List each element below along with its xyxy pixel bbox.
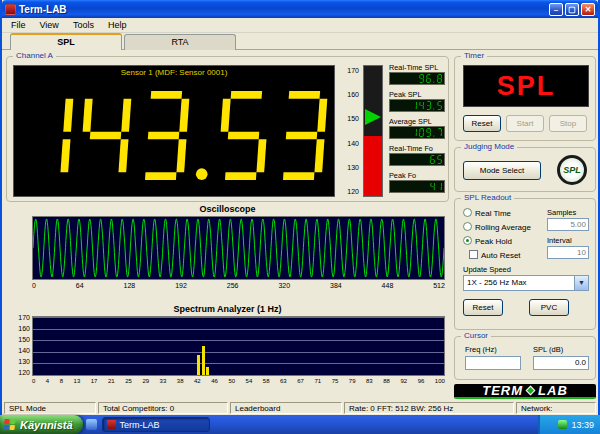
spectrum-title: Spectrum Analyzer (1 Hz)	[6, 304, 449, 314]
quick-launch-icon[interactable]	[86, 419, 97, 430]
cursor-spl-label: SPL (dB)	[533, 345, 563, 354]
oscilloscope-x-axis: 064128192256320384448512	[32, 282, 445, 289]
cursor-spl-field[interactable]: 0.0	[533, 356, 589, 370]
spl-level-meter	[363, 65, 383, 197]
interval-field[interactable]: 10	[547, 246, 589, 259]
timer-stop-button[interactable]: Stop	[549, 115, 587, 132]
samples-field[interactable]: 5.00	[547, 218, 589, 231]
status-segment-1: Total Competitors: 0	[98, 402, 228, 414]
status-segment-3: Rate: 0 FFT: 512 BW: 256 Hz	[344, 402, 514, 414]
readout-value	[389, 153, 445, 166]
spectrum-bar	[206, 367, 209, 375]
timer-start-button[interactable]: Start	[506, 115, 544, 132]
tray-icon[interactable]	[558, 420, 567, 429]
readout-value	[389, 180, 445, 193]
window-title: Term-LAB	[19, 4, 547, 15]
meter-tick: 130	[337, 164, 359, 171]
channel-a-caption: Channel A	[13, 51, 56, 60]
tab-rta[interactable]: RTA	[124, 34, 236, 50]
clock[interactable]: 13:39	[571, 420, 594, 430]
judging-mode-caption: Judging Mode	[461, 142, 517, 151]
radio-real-time[interactable]: Real Time	[463, 208, 511, 218]
judging-mode-group: Judging Mode Mode Select SPL	[454, 147, 596, 192]
menu-help[interactable]: Help	[101, 20, 134, 30]
chevron-down-icon[interactable]: ▼	[574, 276, 588, 290]
taskbar-task-term-lab[interactable]: Term-LAB	[102, 417, 210, 432]
mode-select-button[interactable]: Mode Select	[463, 161, 541, 180]
pvc-button[interactable]: PVC	[529, 299, 569, 316]
minimize-button[interactable]: –	[549, 3, 563, 16]
spec-x-tick: 0	[32, 378, 35, 384]
meter-scale: 170 160 150 140 130 120	[337, 67, 359, 195]
spec-y-tick: 120	[10, 369, 30, 376]
radio-label: Real Time	[475, 209, 511, 218]
osc-tick: 192	[175, 282, 187, 289]
spec-x-tick: 58	[263, 378, 270, 384]
oscilloscope-screen	[32, 216, 445, 280]
spec-x-tick: 4	[46, 378, 49, 384]
spec-x-tick: 42	[194, 378, 201, 384]
timer-caption: Timer	[461, 51, 487, 60]
app-icon	[5, 4, 16, 15]
spectrum-x-axis: 0481317212529333842465054586367717579838…	[32, 378, 445, 384]
radio-rolling-average[interactable]: Rolling Average	[463, 222, 531, 232]
spec-x-tick: 83	[366, 378, 373, 384]
timer-group: Timer SPL Reset Start Stop	[454, 56, 596, 141]
status-segment-4: Network:	[516, 402, 596, 414]
close-button[interactable]: ✕	[581, 3, 595, 16]
radio-label: Rolling Average	[475, 223, 531, 232]
cursor-group: Cursor Freq (Hz) SPL (dB) 0.0	[454, 336, 596, 380]
update-speed-dropdown[interactable]: 1X - 256 Hz Max ▼	[463, 275, 589, 291]
readout-label: Real-Time Fo	[389, 144, 445, 153]
radio-peak-hold[interactable]: Peak Hold	[463, 236, 512, 246]
spec-x-tick: 8	[60, 378, 63, 384]
menu-file[interactable]: File	[4, 20, 33, 30]
spec-x-tick: 21	[108, 378, 115, 384]
readout-label: Real-Time SPL	[389, 63, 445, 72]
main-spl-display: Sensor 1 (MDF: Sensor 0001)	[13, 65, 335, 197]
spec-x-tick: 79	[349, 378, 356, 384]
termlab-logo: TERM LAB	[454, 384, 596, 399]
readout-value	[389, 72, 445, 85]
cursor-caption: Cursor	[461, 331, 491, 340]
spectrum-screen[interactable]	[32, 316, 445, 376]
spec-x-tick: 88	[383, 378, 390, 384]
radio-icon	[463, 208, 472, 217]
spl-readout-caption: SPL Readout	[461, 193, 514, 202]
spec-x-tick: 38	[177, 378, 184, 384]
osc-tick: 256	[227, 282, 239, 289]
task-app-icon	[107, 420, 116, 429]
menu-view[interactable]: View	[33, 20, 66, 30]
cursor-freq-field[interactable]	[465, 356, 521, 370]
maximize-button[interactable]: ▢	[565, 3, 579, 16]
start-button-label: Käynnistä	[20, 419, 73, 431]
readout-real-time-fo: Real-Time Fo	[389, 144, 445, 166]
spec-x-tick: 75	[332, 378, 339, 384]
spl-readout-reset-button[interactable]: Reset	[463, 299, 503, 316]
oscilloscope-panel: Oscilloscope 064128192256320384448512	[6, 204, 449, 302]
checkbox-label: Auto Reset	[481, 251, 521, 260]
osc-tick: 384	[330, 282, 342, 289]
update-speed-label: Update Speed	[463, 265, 511, 274]
meter-fill	[364, 136, 382, 196]
menu-tools[interactable]: Tools	[66, 20, 101, 30]
spl-readout-group: SPL Readout Real Time Rolling Average Pe…	[454, 198, 596, 330]
timer-reset-button[interactable]: Reset	[463, 115, 501, 132]
spec-y-tick: 170	[10, 314, 30, 321]
tab-spl[interactable]: SPL	[10, 33, 122, 50]
sensor-label: Sensor 1 (MDF: Sensor 0001)	[14, 68, 334, 77]
spec-x-tick: 13	[74, 378, 81, 384]
readout-peak-spl: Peak SPL	[389, 90, 445, 112]
spl-badge-icon[interactable]: SPL	[557, 155, 587, 185]
start-button[interactable]: Käynnistä	[0, 415, 83, 434]
spec-x-tick: 50	[228, 378, 235, 384]
auto-reset-checkbox[interactable]: Auto Reset	[469, 250, 521, 260]
osc-tick: 448	[382, 282, 394, 289]
timer-mode-text: SPL	[497, 71, 556, 102]
osc-tick: 320	[278, 282, 290, 289]
update-speed-value: 1X - 256 Hz Max	[467, 278, 527, 287]
meter-tick: 160	[337, 91, 359, 98]
status-segment-2: Leaderboard	[230, 402, 342, 414]
osc-tick: 128	[124, 282, 136, 289]
readout-average-spl: Average SPL	[389, 117, 445, 139]
